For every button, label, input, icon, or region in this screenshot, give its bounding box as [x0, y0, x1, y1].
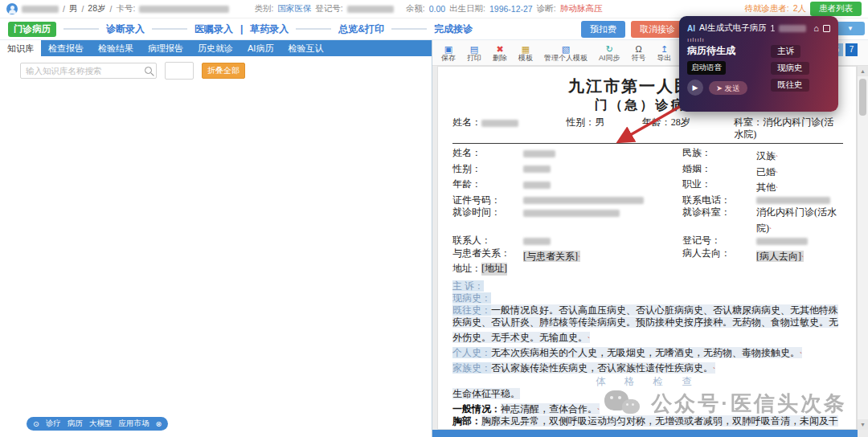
- quick-present-illness-button[interactable]: 现病史: [771, 62, 809, 75]
- field-label: 年龄：: [642, 116, 671, 128]
- audio-wave-icon: ıılıılı: [687, 36, 830, 43]
- past-history-text: 一般情况良好。否认高血压病史、否认心脏病病史、否认糖尿病病史、无其他特殊疾病史、…: [452, 304, 838, 343]
- delete-button[interactable]: ✖ 删除: [487, 43, 513, 62]
- print-button[interactable]: ▤ 打印: [461, 43, 487, 62]
- record-header-line: 姓名： 性别：男 年龄：28岁 科室：消化内科门诊(活水院): [452, 116, 843, 144]
- tab-lab-results[interactable]: 检验结果: [91, 40, 141, 56]
- workflow-step-herb-entry[interactable]: 草药录入: [250, 22, 289, 36]
- tab-ai-record[interactable]: AI病历: [240, 40, 280, 56]
- workflow-step-finish-visit[interactable]: 完成接诊: [434, 22, 473, 36]
- document-area: 九江市第一人民医院 门（急）诊病历 姓名： 性别：男 年龄：28岁 科室：消化内…: [432, 66, 868, 437]
- dock-item-app-market[interactable]: 应用市场: [118, 419, 149, 429]
- workflow-step-outpatient-record[interactable]: 门诊病历: [8, 22, 56, 37]
- card-label: 卡号:: [116, 3, 135, 14]
- tab-test-mutual-recognition[interactable]: 检验互认: [280, 40, 330, 56]
- tab-knowledge-base[interactable]: 知识库: [0, 40, 41, 56]
- placeholder-token-address[interactable]: [地址]: [481, 263, 507, 276]
- delete-icon: ✖: [496, 44, 503, 54]
- play-button[interactable]: ▶: [687, 80, 703, 96]
- category-label: 类别:: [254, 3, 273, 14]
- scrollbar-thumb[interactable]: [859, 79, 866, 116]
- ai-popup-count: 1: [770, 23, 775, 33]
- export-button[interactable]: ↥ 导出: [652, 43, 678, 62]
- tab-visit-history[interactable]: 历史就诊: [190, 40, 240, 56]
- knowledge-search-input[interactable]: [20, 63, 157, 79]
- field-label: 地址：: [452, 263, 481, 276]
- redacted-value: [523, 238, 551, 245]
- tab-pathology-reports[interactable]: 病理报告: [141, 40, 190, 56]
- template-icon: ▦: [522, 44, 530, 54]
- vertical-scrollbar[interactable]: ▲ ▼: [857, 66, 868, 430]
- present-illness-label[interactable]: 现病史：: [452, 292, 491, 304]
- waiting-patients-label: 待就诊患者:: [744, 3, 788, 14]
- manage-template-icon: ▧: [562, 44, 570, 54]
- horizontal-scrollbar[interactable]: [432, 430, 858, 437]
- expand-icon[interactable]: [823, 25, 830, 32]
- home-icon[interactable]: ⌂: [813, 23, 819, 33]
- medical-record-document[interactable]: 九江市第一人民医院 门（急）诊病历 姓名： 性别：男 年龄：28岁 科室：消化内…: [437, 66, 857, 430]
- tab-exam-reports[interactable]: 检查报告: [41, 40, 91, 56]
- past-history-label[interactable]: 既往史：: [452, 304, 491, 316]
- scroll-up-icon[interactable]: ▲: [858, 66, 868, 76]
- patient-avatar: [6, 3, 18, 14]
- ai-sync-button[interactable]: ↻ AI同步: [593, 43, 626, 62]
- dock-close-icon[interactable]: ⊗: [155, 419, 162, 428]
- redacted-value: [523, 165, 551, 173]
- regno-label: 登记号:: [315, 3, 342, 14]
- toolbar-label: 保存: [441, 54, 456, 62]
- redacted-value: [779, 25, 806, 32]
- separator: /: [81, 4, 84, 14]
- diagnosis-value: 肺动脉高压: [560, 3, 603, 14]
- field-label: 职业：: [682, 178, 756, 194]
- ai-sync-icon: ↻: [606, 44, 613, 54]
- general-condition-label: 一般情况：: [452, 403, 501, 415]
- symbol-icon: Ω: [635, 44, 641, 54]
- field-label: 姓名：: [452, 147, 523, 163]
- scroll-down-icon[interactable]: ▼: [858, 419, 868, 430]
- collapse-all-button[interactable]: 折叠全部: [202, 63, 245, 79]
- placeholder-token-relation[interactable]: [与患者关系]: [523, 251, 580, 262]
- size-tab-7[interactable]: 7: [845, 43, 858, 56]
- chevron-down-icon[interactable]: ▼: [836, 22, 865, 35]
- watermark: 公众号·医信头次条: [604, 390, 847, 418]
- patient-list-button[interactable]: 患者列表: [810, 2, 862, 16]
- redacted-value: [756, 197, 830, 204]
- balance-value: 0.00: [429, 4, 445, 14]
- template-button[interactable]: ▦ 模板: [513, 43, 538, 62]
- send-button[interactable]: ➤ 发送: [709, 81, 747, 95]
- quick-past-history-button[interactable]: 既往史: [771, 79, 809, 92]
- pre-deduct-fee-button[interactable]: 预扣费: [581, 21, 625, 38]
- filter-input[interactable]: [165, 62, 194, 80]
- toolbar-label: 删除: [493, 54, 507, 62]
- family-history-label[interactable]: 家族史：: [452, 362, 491, 374]
- save-button[interactable]: ▣ 保存: [436, 43, 461, 62]
- workflow-step-order-entry[interactable]: 医嘱录入: [194, 22, 233, 36]
- placeholder-token-destination[interactable]: [病人去向]: [756, 251, 804, 262]
- field-value: 已婚: [756, 163, 843, 179]
- workflow-connector: [296, 28, 331, 30]
- dock-item-large-model[interactable]: 大模型: [89, 419, 113, 429]
- dock-item-clinic[interactable]: 诊疗: [46, 419, 61, 429]
- left-panel: 知识库 检查报告 检验结果 病理报告 历史就诊 AI病历 检验互认 折叠全部 ⊙…: [0, 40, 432, 437]
- ai-logo-icon: AI: [687, 24, 695, 33]
- dock-item-record[interactable]: 病历: [68, 419, 83, 429]
- field-label: 性别：: [452, 163, 523, 179]
- personal-history-label[interactable]: 个人史：: [452, 347, 491, 358]
- workflow-connector: [391, 28, 427, 30]
- manage-personal-template-button[interactable]: ▧ 管理个人模板: [538, 43, 593, 62]
- toolbar-label: 符号: [632, 54, 646, 62]
- field-label: 就诊时间：: [452, 206, 523, 235]
- quick-chief-complaint-button[interactable]: 主诉: [771, 45, 800, 58]
- cancel-reception-button[interactable]: 取消接诊: [631, 21, 684, 38]
- toolbar-label: 模板: [518, 54, 533, 62]
- workflow-step-overview-print[interactable]: 总览&打印: [338, 22, 384, 36]
- redacted-value: [523, 150, 555, 157]
- redacted-value: [481, 120, 518, 127]
- chief-complaint-label[interactable]: 主 诉：: [452, 280, 484, 292]
- save-icon: ▣: [444, 44, 452, 54]
- symbol-button[interactable]: Ω 符号: [626, 43, 652, 62]
- wechat-icon: [604, 390, 641, 418]
- dock-circle-icon[interactable]: ⊙: [33, 419, 39, 428]
- field-label: 性别：: [566, 116, 595, 128]
- workflow-step-diagnosis-entry[interactable]: 诊断录入: [106, 22, 145, 36]
